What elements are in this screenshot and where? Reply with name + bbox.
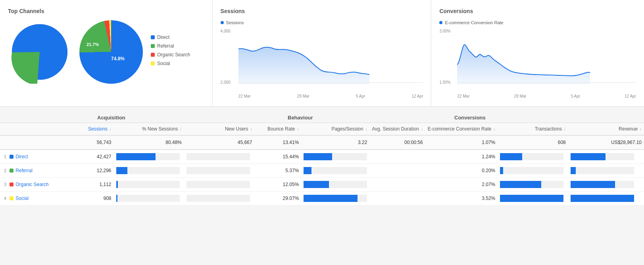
- transactions-bar-organic: [498, 178, 568, 192]
- sessions-legend-label: Sessions: [226, 20, 244, 25]
- pages-bar-direct: [301, 150, 369, 164]
- bar-fill: [304, 153, 332, 160]
- row-num-1: 1: [4, 154, 6, 159]
- bar-container: [500, 167, 563, 174]
- th-pct-new[interactable]: % New Sessions ↕: [114, 123, 184, 135]
- conversions-area-fill: [457, 45, 590, 84]
- top-channels-title: Top Channels: [8, 8, 204, 14]
- th-bounce-rate[interactable]: Bounce Rate ↕: [254, 123, 301, 135]
- totals-revenue: US$28,967.10: [568, 135, 644, 150]
- pie-container: 21.7% 74.8% Direct Referral Organic Sear…: [8, 20, 204, 84]
- sessions-title: Sessions: [221, 8, 423, 14]
- table-header-row: Sessions ↓ % New Sessions ↕ New Users ↕ …: [0, 123, 644, 135]
- th-channel: [0, 123, 78, 135]
- legend-item-social: Social: [151, 61, 190, 66]
- bar-fill: [571, 195, 634, 202]
- avgsession-organic: [369, 178, 425, 192]
- bar-fill: [500, 195, 563, 202]
- conversions-x-3: 5 Apr: [571, 94, 580, 98]
- bar-fill: [571, 167, 576, 174]
- ecomrate-direct: 1.24%: [425, 150, 498, 164]
- bar-container: [186, 153, 250, 160]
- th-ecom-rate[interactable]: E-commerce Conversion Rate ↕: [425, 123, 498, 135]
- legend-color-social: [151, 61, 155, 65]
- transactions-bar-direct: [498, 150, 568, 164]
- sessions-x-1: 22 Mar: [238, 94, 251, 98]
- sessions-x-labels: 22 Mar 29 Mar 5 Apr 12 Apr: [238, 94, 423, 98]
- sort-icon-avgsession: ↕: [421, 127, 423, 131]
- pctnew-bar-direct: [114, 150, 184, 164]
- th-pages[interactable]: Pages/Session ↕: [301, 123, 369, 135]
- sessions-y-labels: 4,000 2,000: [221, 29, 236, 84]
- channel-name-direct: Direct: [15, 154, 28, 159]
- sessions-panel: Sessions Sessions 4,000 2,000: [213, 0, 432, 106]
- bar-container: [500, 181, 563, 188]
- ecomrate-referral: 0.20%: [425, 164, 498, 178]
- row-num-3: 3: [4, 182, 6, 187]
- channel-color-direct: [10, 155, 13, 159]
- avgsession-referral: [369, 164, 425, 178]
- pages-bar-organic: [301, 178, 369, 192]
- bar-container: [571, 181, 634, 188]
- bounce-social: 29.07%: [254, 192, 301, 205]
- legend-item-referral: Referral: [151, 43, 190, 49]
- channel-link-organic[interactable]: 3 Organic Search: [4, 182, 75, 187]
- th-sessions[interactable]: Sessions ↓: [78, 123, 114, 135]
- pie-chart: [8, 20, 71, 84]
- channel-link-social[interactable]: 4 Social: [4, 196, 75, 201]
- totals-ecomrate: 1.07%: [425, 135, 498, 150]
- conversions-legend-dot: [439, 21, 442, 24]
- table-row: 2 Referral 12,296: [0, 164, 644, 178]
- legend-color-direct: [151, 35, 155, 39]
- newusers-bar-referral: [184, 164, 254, 178]
- totals-bounce: 13.41%: [254, 135, 301, 150]
- sort-icon-newusers: ↕: [250, 127, 252, 131]
- revenue-bar-referral: [568, 164, 644, 178]
- th-new-users[interactable]: New Users ↕: [184, 123, 254, 135]
- legend-label-social: Social: [157, 61, 170, 66]
- conversions-x-4: 12 Apr: [625, 94, 636, 98]
- bar-container: [116, 153, 180, 160]
- channel-color-organic: [10, 182, 13, 186]
- legend-color-referral: [151, 44, 155, 48]
- pctnew-bar-organic: [114, 178, 184, 192]
- bar-container: [304, 195, 367, 202]
- channel-cell-direct: 1 Direct: [0, 150, 78, 164]
- bar-fill: [304, 195, 358, 202]
- channel-link-referral[interactable]: 2 Referral: [4, 168, 75, 173]
- totals-row: 56,743 80.48% 45,667 13.41% 3.22 00:00:5…: [0, 135, 644, 150]
- channel-cell-social: 4 Social: [0, 192, 78, 205]
- th-revenue[interactable]: Revenue ↕: [568, 123, 644, 135]
- conversions-legend-label: E-commerce Conversion Rate: [445, 20, 503, 25]
- table-row: 3 Organic Search 1,112: [0, 178, 644, 192]
- channel-color-social: [10, 196, 13, 200]
- bar-container: [304, 167, 367, 174]
- bottom-section: Acquisition Behaviour Conversions Sessio…: [0, 111, 644, 205]
- totals-pages: 3.22: [301, 135, 369, 150]
- row-num-2: 2: [4, 168, 6, 173]
- sort-icon-transactions: ↕: [564, 127, 566, 131]
- legend-color-organic: [151, 53, 155, 57]
- row-num-4: 4: [4, 196, 6, 201]
- sessions-legend: Sessions: [221, 20, 423, 25]
- sessions-x-3: 5 Apr: [356, 94, 365, 98]
- top-channels-panel: Top Channels: [0, 0, 213, 106]
- bar-container: [116, 195, 180, 202]
- bar-container: [304, 153, 367, 160]
- pctnew-bar-referral: [114, 164, 184, 178]
- legend-label-direct: Direct: [157, 35, 169, 40]
- table-row: 4 Social 908: [0, 192, 644, 205]
- behaviour-header-label: Behaviour: [288, 115, 313, 121]
- data-table: Sessions ↓ % New Sessions ↕ New Users ↕ …: [0, 123, 644, 205]
- transactions-bar-referral: [498, 164, 568, 178]
- conversions-legend: E-commerce Conversion Rate: [439, 20, 636, 25]
- conversions-x-2: 29 Mar: [514, 94, 527, 98]
- channel-link-direct[interactable]: 1 Direct: [4, 154, 75, 159]
- conversions-chart-inner: [457, 29, 636, 84]
- avgsession-direct: [369, 150, 425, 164]
- th-transactions[interactable]: Transactions ↕: [498, 123, 568, 135]
- conversions-svg: [457, 29, 636, 84]
- th-avg-session[interactable]: Avg. Session Duration ↕: [369, 123, 425, 135]
- sessions-chart-area: 4,000 2,000: [221, 29, 423, 92]
- bar-fill: [571, 181, 615, 188]
